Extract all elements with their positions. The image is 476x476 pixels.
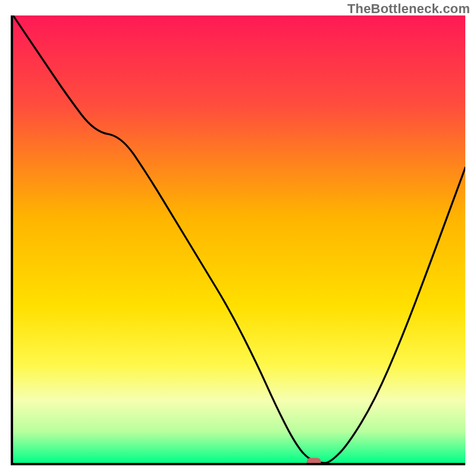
optimum-marker (307, 458, 321, 463)
chart-container: TheBottleneck.com (0, 0, 476, 476)
plot-frame (11, 15, 465, 465)
bottleneck-chart (13, 15, 465, 463)
watermark-label: TheBottleneck.com (347, 1, 470, 17)
gradient-rect (13, 15, 465, 463)
